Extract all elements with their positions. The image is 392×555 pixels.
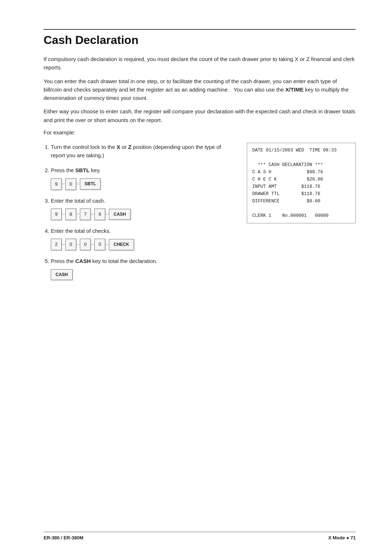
separator: [62, 244, 65, 245]
footer-model: ER-380 / ER-380M: [44, 535, 83, 540]
key-8[interactable]: 8: [65, 208, 76, 220]
step-5-label: Press the CASH key to total the declarat…: [51, 257, 236, 265]
separator: [106, 244, 109, 245]
separator: [106, 214, 109, 214]
key-7[interactable]: 7: [80, 208, 91, 220]
receipt-line-2: [252, 154, 350, 161]
key-sbtl[interactable]: SBTL: [80, 178, 101, 190]
separator: [77, 184, 79, 184]
paragraph-2: You can enter the cash drawer total in o…: [44, 77, 356, 102]
separator: [77, 244, 79, 245]
page-container: Cash Declaration If compulsory cash decl…: [0, 0, 392, 555]
separator: [62, 214, 65, 214]
page-title: Cash Declaration: [44, 33, 356, 47]
separator: [62, 184, 65, 184]
key-0c[interactable]: 0: [94, 239, 105, 250]
footer-page: X Mode ● 71: [328, 535, 356, 540]
key-cash-2[interactable]: CASH: [51, 269, 73, 280]
for-example-label: For example:: [44, 129, 356, 135]
steps-column: Turn the control lock to the X or Z posi…: [44, 143, 236, 287]
separator: [91, 214, 94, 214]
step-2-keys: 9 0 SBTL: [51, 178, 236, 190]
paragraph-3: Either way you choose to enter cash, the…: [44, 107, 356, 124]
key-cash-1[interactable]: CASH: [109, 209, 131, 220]
receipt-line-space: [252, 205, 350, 212]
receipt-column: DATE 01/15/2003 WED TIME 08:33 *** CASH …: [247, 143, 356, 223]
receipt-line-3: *** CASH DECLARATION ***: [252, 161, 350, 169]
receipt-line-clerk: CLERK 1 No.000001 00000: [252, 212, 350, 219]
step-4: Enter the total of checks. 2 0 0 0 CHECK: [51, 227, 236, 250]
receipt-line-cash: C A S H $98.76: [252, 169, 350, 176]
step-1-text: Turn the control lock to the X or Z posi…: [51, 144, 221, 158]
separator: [91, 244, 94, 245]
step-1: Turn the control lock to the X or Z posi…: [51, 143, 236, 160]
step-5-keys: CASH: [51, 269, 236, 280]
step-2-label: Press the SBTL key.: [51, 166, 236, 174]
footer: ER-380 / ER-380M X Mode ● 71: [44, 532, 356, 540]
step-4-keys: 2 0 0 0 CHECK: [51, 239, 236, 250]
key-check[interactable]: CHECK: [109, 239, 134, 250]
step-3: Enter the total of cash. 9 8 7 6 CASH: [51, 197, 236, 220]
paragraph-1: If compulsory cash declaration is requir…: [44, 55, 356, 72]
step-2: Press the SBTL key. 9 0 SBTL: [51, 166, 236, 190]
key-0[interactable]: 0: [65, 178, 76, 190]
receipt-line-check: C H E C K $20.00: [252, 176, 350, 183]
step-3-label: Enter the total of cash.: [51, 197, 236, 205]
receipt-line-input: INPUT AMT $118.76: [252, 183, 350, 190]
content-area: Turn the control lock to the X or Z posi…: [44, 143, 356, 287]
receipt-line-diff: DIFFERENCE $0.00: [252, 198, 350, 205]
separator: [77, 214, 79, 214]
steps-list: Turn the control lock to the X or Z posi…: [44, 143, 236, 280]
key-9[interactable]: 9: [51, 178, 62, 190]
key-0a[interactable]: 0: [65, 239, 76, 250]
receipt-box: DATE 01/15/2003 WED TIME 08:33 *** CASH …: [247, 143, 356, 223]
key-9[interactable]: 9: [51, 208, 62, 220]
step-3-keys: 9 8 7 6 CASH: [51, 208, 236, 220]
key-2[interactable]: 2: [51, 239, 62, 250]
step-5: Press the CASH key to total the declarat…: [51, 257, 236, 280]
key-6[interactable]: 6: [94, 208, 105, 220]
step-4-label: Enter the total of checks.: [51, 227, 236, 235]
key-0b[interactable]: 0: [80, 239, 91, 250]
receipt-line-1: DATE 01/15/2003 WED TIME 08:33: [252, 147, 350, 154]
top-rule: [44, 29, 356, 30]
receipt-line-drawer: DRAWER TTL $118.76: [252, 190, 350, 198]
